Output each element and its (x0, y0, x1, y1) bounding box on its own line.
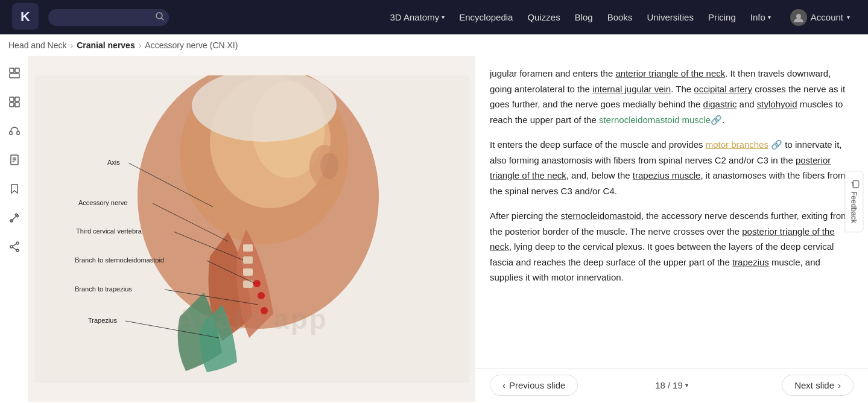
feedback-label: Feedback (850, 191, 858, 223)
chevron-down-icon-info: ▾ (768, 14, 771, 21)
next-slide-button[interactable]: Next slide › (782, 375, 854, 396)
link-occipital-artery[interactable]: occipital artery (694, 84, 752, 94)
nav-info[interactable]: Info ▾ (744, 8, 777, 26)
svg-rect-9 (15, 97, 19, 101)
logo[interactable]: K (12, 3, 43, 32)
headphone-icon[interactable] (4, 120, 25, 142)
svg-text:Accessory nerve: Accessory nerve (78, 199, 127, 206)
anatomy-svg: Anato app Axis Accessory nerve Third cer… (35, 75, 469, 383)
account-icon (790, 9, 807, 26)
link-sternocleidomastoid-2[interactable]: sternocleidomastoid (561, 211, 641, 221)
nav-encyclopedia[interactable]: Encyclopedia (453, 8, 519, 26)
svg-line-18 (11, 214, 18, 221)
link-anterior-triangle[interactable]: anterior triangle of the neck (615, 68, 725, 78)
svg-rect-32 (243, 268, 253, 276)
svg-rect-13 (17, 132, 19, 135)
feedback-button[interactable]: Feedback (845, 171, 864, 232)
content-paragraph-3: After piercing the sternocleidomastoid, … (490, 208, 854, 285)
content-paragraph-1: jugular foramen and enters the anterior … (490, 66, 854, 127)
svg-text:Branch to trapezius: Branch to trapezius (75, 285, 132, 293)
svg-rect-6 (15, 68, 19, 72)
link-digastric[interactable]: digastric (703, 99, 737, 109)
nav-blog[interactable]: Blog (569, 8, 599, 26)
link-internal-jugular[interactable]: internal jugular vein (592, 84, 671, 94)
account-menu[interactable]: Account ▾ (784, 5, 856, 30)
svg-rect-7 (10, 74, 19, 78)
breadcrumb: Head and Neck › Cranial nerves › Accesso… (0, 34, 868, 56)
tool-icon[interactable] (4, 207, 25, 229)
svg-rect-5 (10, 68, 14, 72)
svg-point-39 (320, 153, 338, 179)
main-layout: Anato app Axis Accessory nerve Third cer… (0, 56, 868, 402)
content-paragraph-2: It enters the deep surface of the muscle… (490, 137, 854, 198)
feedback-icon (849, 180, 860, 188)
navbar-links: 3D Anatomy ▾ Encyclopedia Quizzes Blog B… (384, 5, 857, 30)
svg-text:Trapezius: Trapezius (88, 317, 117, 324)
svg-text:K: K (21, 9, 30, 24)
chevron-down-icon-slide: ▾ (685, 382, 688, 389)
grid-icon[interactable] (4, 91, 25, 113)
link-trapezius[interactable]: trapezius (732, 257, 769, 267)
slide-count-dropdown[interactable]: 18 / 19 ▾ (649, 376, 694, 394)
svg-rect-12 (10, 132, 12, 135)
svg-rect-30 (243, 244, 253, 252)
slide-nav-left: ‹ Previous slide (490, 375, 649, 396)
chevron-down-icon-account: ▾ (847, 14, 850, 21)
slide-nav-center: 18 / 19 ▾ (649, 376, 694, 394)
slide-separator: / (668, 380, 670, 390)
breadcrumb-sep-1: › (71, 40, 74, 50)
svg-rect-11 (15, 103, 19, 107)
slide-total: 19 (673, 380, 683, 390)
search-input[interactable] (48, 9, 169, 26)
svg-point-21 (16, 249, 19, 252)
svg-point-4 (796, 14, 801, 19)
svg-point-34 (253, 280, 261, 287)
left-sidebar (0, 56, 29, 402)
nav-universities[interactable]: Universities (641, 8, 700, 26)
link-sternocleidomastoid[interactable]: sternocleidomastoid muscle (599, 115, 711, 125)
nav-quizzes[interactable]: Quizzes (521, 8, 566, 26)
search-wrapper (48, 9, 169, 26)
svg-point-35 (258, 292, 265, 299)
text-panel: jugular foramen and enters the anterior … (475, 56, 868, 368)
share-icon[interactable] (4, 236, 25, 258)
svg-point-20 (16, 242, 19, 244)
svg-text:Axis: Axis (107, 159, 120, 166)
anatomy-image: Anato app Axis Accessory nerve Third cer… (29, 56, 475, 402)
nav-pricing[interactable]: Pricing (702, 8, 742, 26)
svg-rect-53 (854, 180, 859, 188)
slide-current: 18 (655, 380, 665, 390)
svg-line-24 (13, 247, 16, 250)
chevron-down-icon: ▾ (442, 14, 445, 21)
document-icon[interactable] (4, 149, 25, 171)
svg-rect-8 (10, 97, 14, 101)
chevron-left-icon: ‹ (502, 380, 505, 390)
link-trapezius-muscle[interactable]: trapezius muscle (633, 170, 701, 180)
svg-line-23 (13, 244, 16, 246)
svg-text:Anato app: Anato app (176, 303, 328, 335)
nav-3d-anatomy[interactable]: 3D Anatomy ▾ (384, 8, 451, 26)
link-stylohyoid[interactable]: stylohyoid (757, 99, 797, 109)
breadcrumb-head-neck[interactable]: Head and Neck (8, 40, 67, 50)
breadcrumb-cranial-nerves[interactable]: Cranial nerves (77, 40, 135, 50)
chevron-right-icon: › (838, 380, 841, 390)
search-button[interactable] (156, 12, 164, 22)
link-motor-branches[interactable]: motor branches (706, 139, 768, 150)
svg-text:Third cervical vertebra: Third cervical vertebra (76, 227, 142, 235)
slide-nav: ‹ Previous slide 18 / 19 ▾ Next slide › (475, 368, 868, 402)
account-label: Account (811, 12, 843, 22)
navbar: K 3D Anatomy ▾ Encyclopedia Quizzes Blog… (0, 0, 868, 34)
svg-rect-31 (243, 256, 253, 264)
slide-nav-right: Next slide › (694, 375, 854, 396)
prev-slide-button[interactable]: ‹ Previous slide (490, 375, 578, 396)
bookmark-icon[interactable] (4, 178, 25, 200)
image-panel: Anato app Axis Accessory nerve Third cer… (29, 56, 475, 402)
svg-line-3 (162, 18, 163, 20)
svg-rect-10 (10, 103, 14, 107)
nav-books[interactable]: Books (601, 8, 639, 26)
svg-text:Branch to sternocleidomastoid: Branch to sternocleidomastoid (75, 256, 164, 264)
breadcrumb-sep-2: › (139, 40, 142, 50)
breadcrumb-current: Accessory nerve (CN XI) (145, 40, 238, 50)
layout-icon[interactable] (4, 62, 25, 84)
svg-point-22 (10, 246, 13, 248)
